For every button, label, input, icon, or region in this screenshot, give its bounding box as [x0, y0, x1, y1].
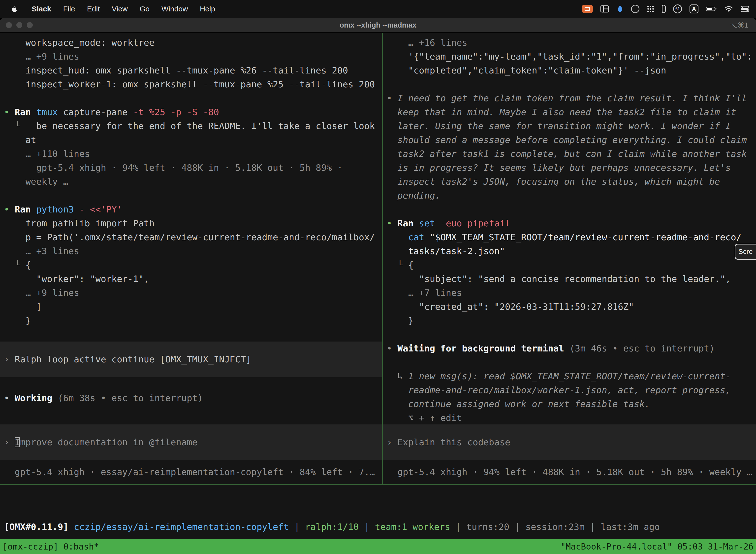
input-source-label: A [692, 6, 696, 12]
battery-percent-label: 61 [675, 7, 680, 11]
terminal-line: "created_at": "2026-03-31T11:59:27.816Z" [383, 300, 756, 314]
terminal-line: … +3 lines [0, 244, 382, 258]
terminal-line: ] [0, 300, 382, 314]
terminal-line: "worker": "worker-1", [0, 272, 382, 286]
terminal-line: at [0, 133, 382, 147]
terminal-line: keep that in mind. Maybe I also need the… [383, 105, 756, 119]
menu-edit[interactable]: Edit [81, 5, 106, 13]
terminal-line: ⌥ + ↑ edit [383, 411, 756, 425]
monitor-glyph [585, 7, 590, 11]
terminal-line: weekly … [0, 175, 382, 189]
separator: | [585, 522, 601, 532]
window-grid-icon[interactable] [600, 5, 609, 13]
apps-grid-icon[interactable] [647, 5, 654, 13]
menu-help[interactable]: Help [194, 5, 221, 13]
terminal-window: workspace_mode: worktree … +9 lines insp… [0, 33, 756, 484]
terminal-line: "subject": "send a concise recommendatio… [383, 272, 756, 286]
terminal-line: from pathlib import Path [0, 216, 382, 230]
prompt-placeholder: Explain this codebase [397, 437, 510, 447]
menu-window[interactable]: Window [155, 5, 194, 13]
terminal-line: p = Path('.omx/state/team/review-current… [0, 230, 382, 244]
tmux-status-bar: [omx-cczip] 0:bash* "MacBook-Pro-44.loca… [0, 539, 756, 554]
terminal-line: • Ran python3 - <<'PY' [0, 203, 382, 216]
pill-icon[interactable] [662, 5, 666, 13]
input-source-icon[interactable]: A [690, 4, 698, 13]
turns-counter: turns:20 [466, 522, 509, 532]
menu-app-slack[interactable]: Slack [26, 5, 57, 13]
terminal-line: } [0, 314, 382, 328]
separator: | [359, 522, 375, 532]
macos-screen: Slack File Edit View Go Window Help 61 A [0, 0, 756, 554]
terminal-line: … +9 lines [0, 50, 382, 63]
terminal-line [383, 355, 756, 369]
terminal-line: tasks/task-2.json" [383, 244, 756, 258]
terminal-line: • I need to get the claim token from the… [383, 91, 756, 105]
terminal-line [0, 189, 382, 203]
menu-view[interactable]: View [106, 5, 133, 13]
tmux-session-window[interactable]: [omx-cczip] 0:bash* [2, 542, 99, 552]
window-title: omx --xhigh --madmax [0, 21, 756, 29]
drop-icon[interactable] [617, 5, 624, 13]
terminal-line: inspect_hud: omx sparkshell --tmux-pane … [0, 63, 382, 77]
terminal-line: … +7 lines [383, 286, 756, 300]
model-status-right: gpt-5.4 xhigh · 94% left · 488K in · 5.1… [383, 465, 756, 479]
terminal-line: └ { [383, 258, 756, 272]
terminal-line [0, 328, 382, 341]
project-path: cczip/essay/ai-reimplementation-copyleft [74, 522, 289, 532]
terminal-line: readme-and-reco/mailbox/worker-1.json, a… [383, 383, 756, 397]
prompt-placeholder: mprove documentation in @filename [20, 437, 197, 447]
session-duration: session:23m [525, 522, 584, 532]
battery-gauge-icon[interactable]: 61 [673, 4, 682, 13]
terminal-line [383, 328, 756, 341]
terminal-line: task2 after task1 is complete, but can I… [383, 147, 756, 161]
minimize-button[interactable] [16, 22, 22, 28]
close-button[interactable] [6, 22, 12, 28]
terminal-line: • Working (6m 38s • esc to interrupt) [0, 391, 382, 405]
prompt-input-left[interactable]: › Improve documentation in @filename [0, 425, 382, 460]
window-shortcut-hint: ⌥⌘1 [730, 21, 756, 29]
omx-version-badge: [OMX#0.11.9] [4, 522, 74, 532]
screen-recording-icon[interactable] [582, 5, 593, 13]
prompt-chevron: › [4, 437, 15, 447]
control-center-icon[interactable] [741, 5, 749, 12]
separator: | [289, 522, 305, 532]
window-title-bar: omx --xhigh --madmax ⌥⌘1 [0, 18, 756, 33]
model-status-left: gpt-5.4 xhigh · essay/ai-reimplementatio… [0, 465, 382, 479]
terminal-line: • Waiting for background terminal (3m 46… [383, 341, 756, 355]
terminal-line [383, 203, 756, 216]
omx-status-pane: [OMX#0.11.9] cczip/essay/ai-reimplementa… [0, 485, 756, 539]
terminal-line: • Ran tmux capture-pane -t %25 -p -S -80 [0, 105, 382, 119]
terminal-line: pending. [383, 189, 756, 203]
last-activity: last:3m ago [601, 522, 660, 532]
tmux-pane-left[interactable]: workspace_mode: worktree … +9 lines insp… [0, 33, 382, 484]
terminal-line [383, 77, 756, 91]
screen-share-overlay[interactable]: Scre [735, 244, 756, 260]
battery-icon[interactable] [706, 6, 717, 12]
terminal-line: … +16 lines [383, 36, 756, 50]
terminal-line: • Ran set -euo pipefail [383, 216, 756, 230]
terminal-line: … +110 lines [0, 147, 382, 161]
separator: | [450, 522, 466, 532]
terminal-line: cat "$OMX_TEAM_STATE_ROOT/team/review-cu… [383, 230, 756, 244]
terminal-line: } [383, 314, 756, 328]
tmux-host-clock: "MacBook-Pro-44.local" 05:03 31-Mar-26 [561, 542, 754, 552]
dark-app-icon[interactable] [631, 5, 639, 13]
ralph-counter: ralph:1/10 [305, 522, 359, 532]
tmux-pane-right[interactable]: … +16 lines '{"team_name":"my-team","tas… [383, 33, 756, 484]
terminal-line: └ { [0, 258, 382, 272]
terminal-line: ↳ 1 new msg(s): read $OMX_TEAM_STATE_ROO… [383, 369, 756, 383]
terminal-scrollback-left: workspace_mode: worktree … +9 lines insp… [0, 33, 382, 425]
terminal-line: is in progress? It seems likely but perh… [383, 161, 756, 175]
apple-menu-icon[interactable] [7, 5, 22, 13]
wifi-icon[interactable] [724, 5, 733, 12]
zoom-button[interactable] [27, 22, 33, 28]
prompt-input-right[interactable]: › Explain this codebase [383, 425, 756, 460]
team-workers-count: team:1 workers [375, 522, 450, 532]
terminal-scrollback-right: … +16 lines '{"team_name":"my-team","tas… [383, 33, 756, 425]
menu-go[interactable]: Go [134, 5, 155, 13]
injected-notice-line: › Ralph loop active continue [OMX_TMUX_I… [0, 341, 382, 377]
menu-file[interactable]: File [57, 5, 81, 13]
terminal-line: continue assigned work or next feasible … [383, 397, 756, 411]
separator: | [509, 522, 525, 532]
terminal-line: inspect_worker-1: omx sparkshell --tmux-… [0, 77, 382, 91]
